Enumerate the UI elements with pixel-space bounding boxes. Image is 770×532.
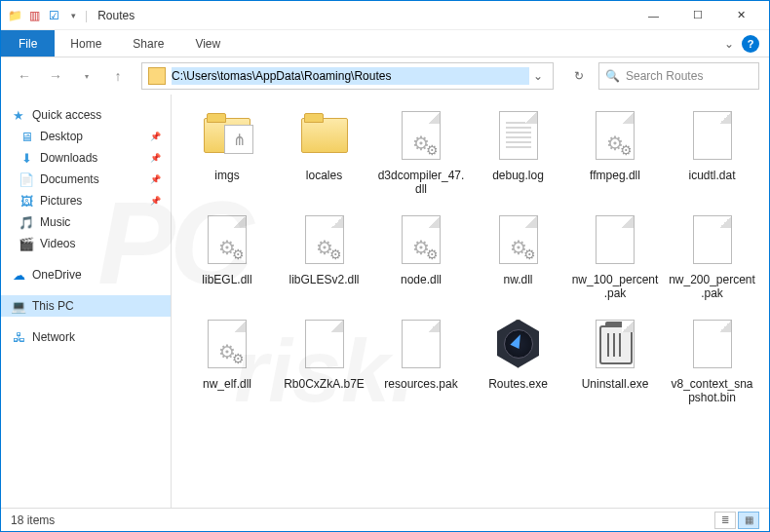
sidebar-item-label: Documents [40, 172, 99, 186]
sidebar-item-label: This PC [32, 299, 74, 313]
ribbon: File Home Share View ⌄ ? [1, 30, 769, 57]
music-icon: 🎵 [19, 214, 34, 230]
sidebar-item-music[interactable]: 🎵 Music [1, 211, 171, 233]
file-label: imgs [214, 169, 239, 182]
sidebar-item-label: Quick access [32, 108, 101, 122]
view-icons-button[interactable]: ▦ [738, 512, 759, 529]
refresh-button[interactable]: ↻ [563, 62, 595, 90]
sidebar-item-desktop[interactable]: 🖥 Desktop 📌 [1, 126, 171, 147]
onedrive-icon: ☁ [11, 267, 26, 283]
file-icon [489, 210, 548, 269]
address-bar[interactable]: C:\Users\tomas\AppData\Roaming\Routes ⌄ [141, 62, 554, 90]
sidebar-item-label: Videos [40, 237, 75, 250]
documents-icon: 📄 [19, 171, 34, 187]
file-item[interactable]: Routes.exe [473, 315, 564, 405]
content: ★ Quick access 🖥 Desktop 📌 ⬇ Downloads 📌… [1, 95, 769, 508]
file-item[interactable]: ⋔imgs [181, 106, 273, 197]
up-button[interactable]: ↑ [104, 62, 132, 90]
file-label: Routes.exe [488, 377, 548, 391]
file-label: Rb0CxZkA.b7E [284, 377, 365, 391]
tab-file[interactable]: File [1, 30, 55, 57]
star-icon: ★ [11, 107, 26, 123]
minimize-button[interactable]: — [632, 1, 675, 30]
pc-icon: 💻 [11, 298, 26, 314]
file-item[interactable]: nw_elf.dll [181, 315, 273, 405]
file-item[interactable]: node.dll [375, 210, 467, 301]
file-item[interactable]: locales [279, 106, 370, 197]
search-icon: 🔍 [605, 69, 620, 83]
file-icon [295, 315, 354, 373]
pin-icon: 📌 [150, 153, 161, 163]
file-label: ffmpeg.dll [590, 169, 640, 182]
file-icon [392, 106, 450, 165]
title-bar: 📁 ▥ ☑ ▾ | Routes — ☐ ✕ [1, 1, 769, 30]
file-item[interactable]: debug.log [473, 106, 564, 197]
file-label: icudtl.dat [688, 169, 735, 182]
sidebar-item-documents[interactable]: 📄 Documents 📌 [1, 169, 171, 190]
sidebar-item-network[interactable]: 🖧 Network [1, 326, 171, 348]
search-placeholder: Search Routes [626, 69, 703, 83]
qat: 📁 ▥ ☑ ▾ [7, 8, 81, 23]
file-icon [392, 210, 450, 269]
file-icon [586, 315, 644, 373]
file-item[interactable]: nw_100_percent.pak [569, 210, 661, 301]
folder-icon: 📁 [7, 8, 22, 23]
file-area[interactable]: ⋔imgslocalesd3dcompiler_47.dlldebug.logf… [172, 95, 769, 508]
tab-home[interactable]: Home [55, 30, 117, 57]
file-label: d3dcompiler_47.dll [377, 169, 465, 197]
downloads-icon: ⬇ [19, 150, 34, 166]
search-input[interactable]: 🔍 Search Routes [598, 62, 759, 90]
sidebar-item-downloads[interactable]: ⬇ Downloads 📌 [1, 147, 171, 169]
window-title: Routes [97, 9, 135, 22]
file-icon: ⋔ [198, 106, 256, 165]
file-item[interactable]: libEGL.dll [181, 210, 273, 301]
close-button[interactable]: ✕ [719, 1, 763, 30]
tab-view[interactable]: View [179, 30, 236, 57]
file-icon [683, 210, 742, 269]
address-text[interactable]: C:\Users\tomas\AppData\Roaming\Routes [172, 67, 529, 85]
view-details-button[interactable]: ≣ [714, 512, 736, 529]
network-icon: 🖧 [11, 329, 26, 345]
status-count: 18 items [11, 513, 55, 527]
sidebar-item-this-pc[interactable]: 💻 This PC [1, 295, 171, 317]
file-label: locales [306, 169, 342, 182]
file-item[interactable]: ffmpeg.dll [569, 106, 661, 197]
history-dropdown[interactable]: ▾ [73, 62, 100, 90]
sidebar-item-label: OneDrive [32, 268, 82, 282]
qat-drop-icon[interactable]: ▾ [65, 8, 81, 23]
status-bar: 18 items ≣ ▦ [1, 508, 769, 531]
file-label: libGLESv2.dll [289, 273, 359, 286]
file-icon [489, 315, 548, 373]
file-item[interactable]: d3dcompiler_47.dll [375, 106, 467, 197]
sidebar-item-pictures[interactable]: 🖼 Pictures 📌 [1, 190, 171, 211]
title-sep: | [85, 9, 88, 22]
maximize-button[interactable]: ☐ [675, 1, 719, 30]
file-item[interactable]: icudtl.dat [667, 106, 758, 197]
sidebar-item-videos[interactable]: 🎬 Videos [1, 233, 171, 254]
address-dropdown-icon[interactable]: ⌄ [529, 69, 547, 83]
ribbon-collapse-icon[interactable]: ⌄ [724, 37, 734, 51]
file-icon [198, 210, 256, 269]
file-item[interactable]: Uninstall.exe [569, 315, 661, 405]
sidebar-item-label: Pictures [40, 194, 82, 208]
help-icon[interactable]: ? [742, 35, 759, 53]
file-item[interactable]: nw_200_percent.pak [667, 210, 758, 301]
tab-share[interactable]: Share [117, 30, 179, 57]
pin-icon: 📌 [150, 174, 161, 184]
file-icon [295, 210, 354, 269]
file-item[interactable]: resources.pak [375, 315, 467, 405]
back-button[interactable]: ← [11, 62, 38, 90]
sidebar-item-label: Music [40, 215, 70, 229]
file-item[interactable]: Rb0CxZkA.b7E [279, 315, 370, 405]
file-item[interactable]: v8_context_snapshot.bin [667, 315, 758, 405]
file-grid: ⋔imgslocalesd3dcompiler_47.dlldebug.logf… [181, 106, 759, 404]
sidebar-item-onedrive[interactable]: ☁ OneDrive [1, 264, 171, 285]
navbar: ← → ▾ ↑ C:\Users\tomas\AppData\Roaming\R… [1, 57, 769, 95]
file-item[interactable]: nw.dll [473, 210, 564, 301]
file-item[interactable]: libGLESv2.dll [279, 210, 370, 301]
qat-check-icon[interactable]: ☑ [46, 8, 61, 23]
props-icon[interactable]: ▥ [26, 8, 42, 23]
sidebar-item-quick-access[interactable]: ★ Quick access [1, 104, 171, 126]
forward-button[interactable]: → [42, 62, 69, 90]
file-label: resources.pak [384, 377, 457, 391]
